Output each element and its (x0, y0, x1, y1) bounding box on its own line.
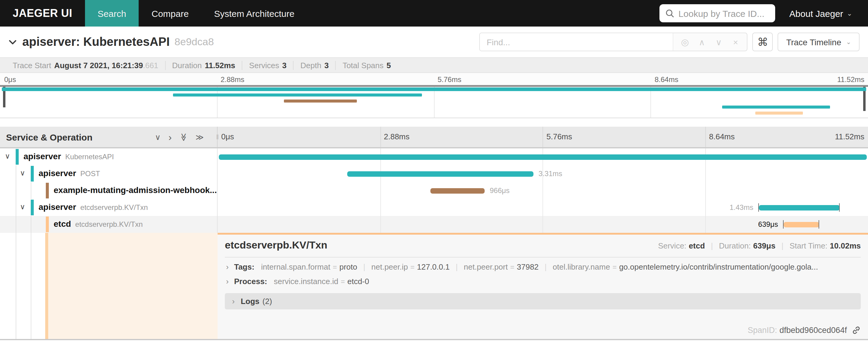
chevron-down-icon[interactable]: ∨ (20, 203, 25, 211)
span-row-apiserver-kubernetesapi[interactable]: ∨ apiserverKubernetesAPI (0, 148, 868, 165)
trace-lookup-input[interactable]: Lookup by Trace ID... (659, 4, 775, 22)
span-row-apiserver-etcd-txn[interactable]: ∨ apiserveretcdserverpb.KV/Txn 1.43ms (0, 199, 868, 216)
span-bar-track[interactable]: 3.31ms (218, 165, 868, 182)
summary-services: Services3 (243, 61, 294, 70)
span-service: apiserver (38, 168, 76, 178)
nav-item-search[interactable]: Search (85, 0, 139, 27)
command-icon: ⌘ (757, 35, 768, 49)
copy-link-icon[interactable] (852, 326, 861, 335)
view-select-button[interactable]: Trace Timeline ⌄ (778, 33, 860, 51)
summary-trace-start: Trace StartAugust 7 2021, 16:21:39.661 (6, 61, 165, 70)
span-row-etcd-txn-selected[interactable]: ∨ etcdetcdserverpb.KV/Txn 639μs (0, 216, 868, 233)
minimap-span-bar (284, 99, 357, 103)
jaeger-trace-page: JAEGER UI Search Compare System Architec… (0, 0, 868, 345)
span-detail-panel: etcdserverpb.KV/Txn Service:etcd | Durat… (218, 233, 868, 339)
trace-summary-bar: Trace StartAugust 7 2021, 16:21:39.661 D… (0, 57, 868, 73)
span-bar-track[interactable]: 1.43ms (218, 199, 868, 216)
chevron-right-icon: › (226, 262, 229, 271)
span-detail-section: etcdserverpb.KV/Txn Service:etcd | Durat… (0, 233, 868, 340)
expand-all-icon[interactable]: ≫ (195, 133, 204, 141)
span-color-strip (31, 166, 33, 181)
detail-service-label: Service: (658, 241, 686, 250)
span-operation: POST (81, 170, 100, 178)
trace-lookup-placeholder: Lookup by Trace ID... (678, 8, 764, 19)
chevron-right-icon: › (226, 277, 229, 286)
minimap-canvas[interactable] (0, 85, 868, 118)
span-bar[interactable] (783, 222, 819, 227)
keyboard-shortcuts-button[interactable]: ⌘ (752, 33, 773, 51)
tag-item: internal.span.format=proto (261, 262, 357, 271)
span-id-row: SpanID: dfbebd960ced064f (748, 326, 861, 335)
process-item: service.instance.id=etcd-0 (274, 277, 369, 286)
summary-depth: Depth3 (294, 61, 336, 70)
tags-row[interactable]: › Tags: internal.span.format=proto | net… (226, 262, 861, 271)
span-duration-label: 966μs (490, 186, 510, 195)
nav-item-system-architecture[interactable]: System Architecture (201, 0, 307, 27)
app-brand[interactable]: JAEGER UI (0, 0, 85, 27)
find-next-icon[interactable]: ∨ (711, 37, 727, 47)
tree-guide-line (31, 182, 31, 199)
span-duration-label: 3.31ms (538, 170, 562, 178)
summary-total-spans: Total Spans5 (336, 61, 398, 70)
span-service: example-mutating-admission-webhook... (54, 185, 217, 195)
collapse-one-icon[interactable]: ∨ (155, 133, 161, 141)
chevron-down-icon[interactable]: ∨ (20, 169, 25, 177)
process-row[interactable]: › Process: service.instance.id=etcd-0 (226, 277, 861, 286)
tree-guide-line (31, 216, 31, 233)
span-end-tick (783, 220, 783, 229)
find-clear-icon[interactable]: × (728, 37, 744, 47)
detail-duration-label: Duration: (719, 241, 751, 250)
span-operation: etcdserverpb.KV/Txn (81, 203, 148, 212)
locate-span-icon[interactable]: ◎ (677, 36, 693, 47)
expand-one-icon[interactable]: › (168, 133, 172, 141)
span-bar[interactable] (758, 205, 839, 210)
top-nav: JAEGER UI Search Compare System Architec… (0, 0, 868, 27)
span-bar-track[interactable]: 639μs (218, 216, 868, 233)
chevron-right-icon: › (232, 297, 235, 306)
span-service: apiserver (24, 151, 61, 161)
column-resizer[interactable]: ‖ (216, 133, 219, 141)
selected-span-color-strip (45, 233, 48, 339)
chevron-down-icon[interactable]: ∨ (5, 152, 10, 161)
span-row-apiserver-post[interactable]: ∨ apiserverPOST 3.31ms (0, 165, 868, 182)
span-id-label: SpanID: (748, 326, 777, 335)
span-end-tick (839, 203, 839, 212)
timeline-header: Service & Operation ∨ › ≫ ≫ ‖ 0μs 2.88ms… (0, 127, 868, 148)
span-duration-label: 639μs (758, 220, 778, 229)
logs-count: (2) (262, 297, 272, 306)
minimap-span-bar (173, 93, 422, 96)
find-prev-icon[interactable]: ∧ (694, 37, 710, 47)
collapse-trace-icon[interactable] (7, 36, 18, 47)
detail-span-title: etcdserverpb.KV/Txn (225, 239, 327, 252)
span-rows: ∨ apiserverKubernetesAPI ∨ apiserverPOST… (0, 148, 868, 233)
nav-item-compare[interactable]: Compare (139, 0, 201, 27)
minimap-span-bar (722, 106, 830, 109)
span-operation: etcdserverpb.KV/Txn (75, 220, 143, 229)
tree-guide-line (31, 233, 31, 339)
span-color-strip (16, 149, 19, 165)
span-row-webhook[interactable]: ∨ example-mutating-admission-webhook... … (0, 182, 868, 199)
span-id-value: dfbebd960ced064f (779, 326, 847, 335)
span-bar[interactable] (347, 171, 533, 176)
find-group: ◎ ∧ ∨ × (479, 33, 748, 51)
tree-guide-line (16, 233, 16, 339)
selected-span-highlight (48, 233, 218, 339)
span-color-strip (31, 200, 33, 215)
minimap-ticks: 0μs 2.88ms 5.76ms 8.64ms 11.52ms (0, 73, 868, 85)
span-bar[interactable] (219, 154, 867, 160)
chevron-down-icon: ⌄ (846, 38, 851, 45)
span-bar[interactable] (430, 188, 485, 193)
tag-item: otel.library.name=go.opentelemetry.io/co… (553, 262, 818, 271)
summary-duration: Duration11.52ms (165, 61, 243, 70)
service-operation-title: Service & Operation (6, 132, 93, 142)
about-jaeger-menu[interactable]: About Jaeger ⌄ (775, 8, 868, 19)
span-bar-track[interactable] (218, 148, 868, 165)
detail-start-label: Start Time: (789, 241, 828, 250)
collapse-all-icon[interactable]: ≫ (179, 133, 188, 141)
span-bar-track[interactable]: 966μs (218, 182, 868, 199)
span-color-strip (46, 217, 49, 232)
logs-row[interactable]: › Logs (2) (225, 293, 861, 309)
minimap-scrubber[interactable] (0, 85, 868, 87)
find-input[interactable] (480, 33, 674, 51)
timeline-ticks: 0μs 2.88ms 5.76ms 8.64ms 11.52ms (218, 127, 868, 147)
